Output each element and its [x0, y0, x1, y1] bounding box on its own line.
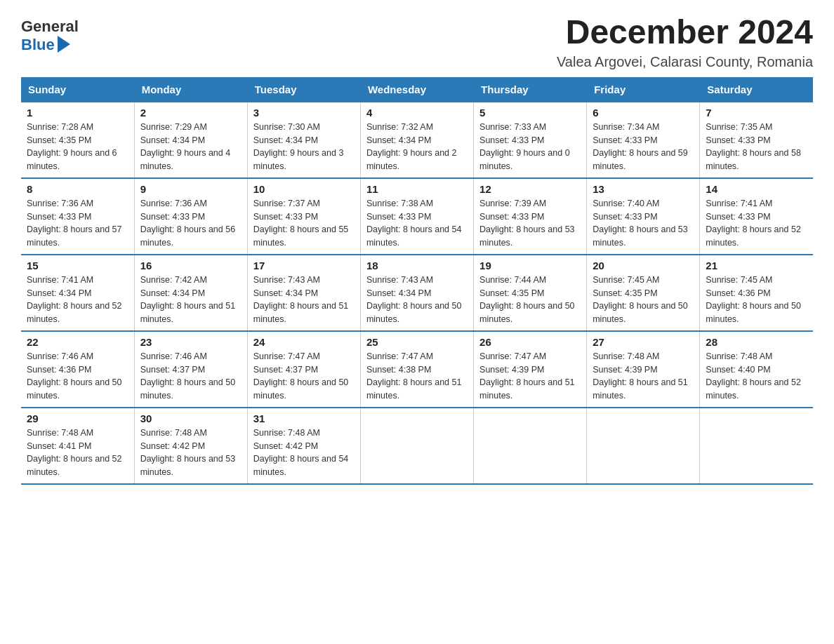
column-header-tuesday: Tuesday	[247, 77, 360, 102]
day-info: Sunrise: 7:36 AMSunset: 4:33 PMDaylight:…	[27, 197, 128, 250]
calendar-cell: 20Sunrise: 7:45 AMSunset: 4:35 PMDayligh…	[587, 255, 700, 331]
calendar-cell	[474, 408, 587, 484]
calendar-cell: 19Sunrise: 7:44 AMSunset: 4:35 PMDayligh…	[474, 255, 587, 331]
calendar-cell: 31Sunrise: 7:48 AMSunset: 4:42 PMDayligh…	[247, 408, 360, 484]
day-info: Sunrise: 7:37 AMSunset: 4:33 PMDaylight:…	[253, 197, 355, 250]
day-info: Sunrise: 7:41 AMSunset: 4:34 PMDaylight:…	[27, 274, 128, 326]
calendar-cell: 6Sunrise: 7:34 AMSunset: 4:33 PMDaylight…	[587, 102, 700, 178]
day-number: 20	[593, 260, 694, 271]
day-number: 23	[140, 336, 241, 348]
calendar-cell: 23Sunrise: 7:46 AMSunset: 4:37 PMDayligh…	[134, 331, 247, 408]
day-info: Sunrise: 7:47 AMSunset: 4:39 PMDaylight:…	[479, 350, 581, 403]
day-number: 12	[479, 183, 581, 195]
calendar-cell: 16Sunrise: 7:42 AMSunset: 4:34 PMDayligh…	[134, 255, 247, 331]
calendar-header-row: SundayMondayTuesdayWednesdayThursdayFrid…	[21, 77, 813, 102]
calendar-cell: 25Sunrise: 7:47 AMSunset: 4:38 PMDayligh…	[360, 331, 473, 408]
day-number: 26	[479, 336, 581, 348]
day-number: 14	[706, 183, 807, 195]
calendar-cell: 5Sunrise: 7:33 AMSunset: 4:33 PMDaylight…	[474, 102, 587, 178]
calendar-week-row: 15Sunrise: 7:41 AMSunset: 4:34 PMDayligh…	[21, 255, 813, 331]
day-info: Sunrise: 7:36 AMSunset: 4:33 PMDaylight:…	[140, 197, 241, 250]
calendar-cell: 28Sunrise: 7:48 AMSunset: 4:40 PMDayligh…	[700, 331, 813, 408]
day-info: Sunrise: 7:28 AMSunset: 4:35 PMDaylight:…	[27, 121, 128, 173]
column-header-friday: Friday	[587, 77, 700, 102]
day-number: 10	[253, 183, 355, 195]
day-number: 2	[140, 107, 241, 119]
column-header-monday: Monday	[134, 77, 247, 102]
location-subtitle: Valea Argovei, Calarasi County, Romania	[557, 54, 813, 70]
day-info: Sunrise: 7:43 AMSunset: 4:34 PMDaylight:…	[366, 274, 468, 326]
day-number: 7	[706, 107, 807, 119]
day-info: Sunrise: 7:40 AMSunset: 4:33 PMDaylight:…	[593, 197, 694, 250]
day-info: Sunrise: 7:44 AMSunset: 4:35 PMDaylight:…	[479, 274, 581, 326]
calendar-cell: 11Sunrise: 7:38 AMSunset: 4:33 PMDayligh…	[360, 178, 473, 255]
day-info: Sunrise: 7:46 AMSunset: 4:37 PMDaylight:…	[140, 350, 241, 403]
day-info: Sunrise: 7:34 AMSunset: 4:33 PMDaylight:…	[593, 121, 694, 173]
day-number: 27	[593, 336, 694, 348]
calendar-week-row: 22Sunrise: 7:46 AMSunset: 4:36 PMDayligh…	[21, 331, 813, 408]
day-info: Sunrise: 7:32 AMSunset: 4:34 PMDaylight:…	[366, 121, 468, 173]
calendar-cell: 21Sunrise: 7:45 AMSunset: 4:36 PMDayligh…	[700, 255, 813, 331]
day-number: 16	[140, 260, 241, 271]
logo-arrow-icon	[58, 36, 70, 53]
calendar-cell	[360, 408, 473, 484]
day-info: Sunrise: 7:48 AMSunset: 4:42 PMDaylight:…	[140, 427, 241, 479]
day-info: Sunrise: 7:48 AMSunset: 4:40 PMDaylight:…	[706, 350, 807, 403]
day-number: 17	[253, 260, 355, 271]
logo: General Blue	[21, 14, 79, 54]
calendar-cell	[700, 408, 813, 484]
day-number: 24	[253, 336, 355, 348]
column-header-sunday: Sunday	[21, 77, 134, 102]
day-info: Sunrise: 7:39 AMSunset: 4:33 PMDaylight:…	[479, 197, 581, 250]
day-number: 22	[27, 336, 128, 348]
column-header-thursday: Thursday	[474, 77, 587, 102]
calendar-cell: 18Sunrise: 7:43 AMSunset: 4:34 PMDayligh…	[360, 255, 473, 331]
day-number: 21	[706, 260, 807, 271]
day-info: Sunrise: 7:38 AMSunset: 4:33 PMDaylight:…	[366, 197, 468, 250]
calendar-cell: 29Sunrise: 7:48 AMSunset: 4:41 PMDayligh…	[21, 408, 134, 484]
calendar-cell: 9Sunrise: 7:36 AMSunset: 4:33 PMDaylight…	[134, 178, 247, 255]
calendar-cell: 1Sunrise: 7:28 AMSunset: 4:35 PMDaylight…	[21, 102, 134, 178]
day-number: 8	[27, 183, 128, 195]
calendar-cell: 3Sunrise: 7:30 AMSunset: 4:34 PMDaylight…	[247, 102, 360, 178]
day-info: Sunrise: 7:47 AMSunset: 4:37 PMDaylight:…	[253, 350, 355, 403]
day-number: 31	[253, 412, 355, 424]
title-section: December 2024 Valea Argovei, Calarasi Co…	[557, 14, 813, 70]
day-info: Sunrise: 7:35 AMSunset: 4:33 PMDaylight:…	[706, 121, 807, 173]
column-header-wednesday: Wednesday	[360, 77, 473, 102]
calendar-cell: 24Sunrise: 7:47 AMSunset: 4:37 PMDayligh…	[247, 331, 360, 408]
calendar-week-row: 29Sunrise: 7:48 AMSunset: 4:41 PMDayligh…	[21, 408, 813, 484]
day-info: Sunrise: 7:33 AMSunset: 4:33 PMDaylight:…	[479, 121, 581, 173]
calendar-cell: 22Sunrise: 7:46 AMSunset: 4:36 PMDayligh…	[21, 331, 134, 408]
calendar-cell: 7Sunrise: 7:35 AMSunset: 4:33 PMDaylight…	[700, 102, 813, 178]
day-info: Sunrise: 7:47 AMSunset: 4:38 PMDaylight:…	[366, 350, 468, 403]
calendar-table: SundayMondayTuesdayWednesdayThursdayFrid…	[21, 77, 813, 485]
day-number: 18	[366, 260, 468, 271]
logo-blue-text: Blue	[21, 36, 70, 54]
column-header-saturday: Saturday	[700, 77, 813, 102]
day-number: 13	[593, 183, 694, 195]
calendar-cell: 14Sunrise: 7:41 AMSunset: 4:33 PMDayligh…	[700, 178, 813, 255]
day-number: 4	[366, 107, 468, 119]
day-info: Sunrise: 7:29 AMSunset: 4:34 PMDaylight:…	[140, 121, 241, 173]
calendar-cell: 2Sunrise: 7:29 AMSunset: 4:34 PMDaylight…	[134, 102, 247, 178]
day-info: Sunrise: 7:30 AMSunset: 4:34 PMDaylight:…	[253, 121, 355, 173]
month-year-title: December 2024	[557, 14, 813, 51]
calendar-cell: 10Sunrise: 7:37 AMSunset: 4:33 PMDayligh…	[247, 178, 360, 255]
day-number: 3	[253, 107, 355, 119]
day-info: Sunrise: 7:48 AMSunset: 4:41 PMDaylight:…	[27, 427, 128, 479]
calendar-cell: 12Sunrise: 7:39 AMSunset: 4:33 PMDayligh…	[474, 178, 587, 255]
calendar-cell: 26Sunrise: 7:47 AMSunset: 4:39 PMDayligh…	[474, 331, 587, 408]
day-number: 30	[140, 412, 241, 424]
calendar-cell: 30Sunrise: 7:48 AMSunset: 4:42 PMDayligh…	[134, 408, 247, 484]
day-number: 28	[706, 336, 807, 348]
day-number: 5	[479, 107, 581, 119]
day-info: Sunrise: 7:42 AMSunset: 4:34 PMDaylight:…	[140, 274, 241, 326]
day-info: Sunrise: 7:48 AMSunset: 4:42 PMDaylight:…	[253, 427, 355, 479]
logo-general-text: General	[21, 18, 79, 36]
calendar-cell: 4Sunrise: 7:32 AMSunset: 4:34 PMDaylight…	[360, 102, 473, 178]
day-number: 25	[366, 336, 468, 348]
day-info: Sunrise: 7:41 AMSunset: 4:33 PMDaylight:…	[706, 197, 807, 250]
calendar-week-row: 1Sunrise: 7:28 AMSunset: 4:35 PMDaylight…	[21, 102, 813, 178]
calendar-week-row: 8Sunrise: 7:36 AMSunset: 4:33 PMDaylight…	[21, 178, 813, 255]
